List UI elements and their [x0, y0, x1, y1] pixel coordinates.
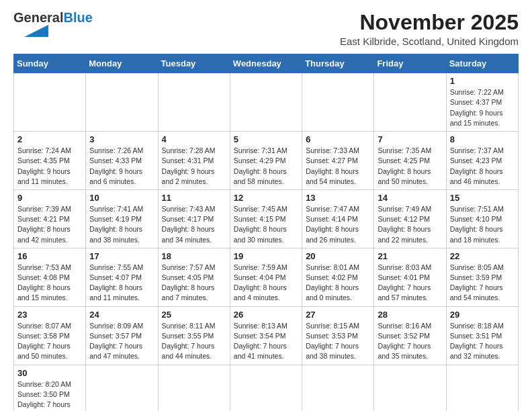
calendar-cell: 20Sunrise: 8:01 AM Sunset: 4:02 PM Dayli…: [302, 248, 374, 306]
calendar-cell: 4Sunrise: 7:28 AM Sunset: 4:31 PM Daylig…: [158, 132, 230, 190]
calendar-header: GeneralBlue November 2025 East Kilbride,…: [13, 11, 519, 47]
calendar-cell: 19Sunrise: 7:59 AM Sunset: 4:04 PM Dayli…: [230, 248, 302, 306]
calendar-cell: [14, 73, 86, 132]
day-number: 21: [378, 251, 442, 261]
calendar-cell: 22Sunrise: 8:05 AM Sunset: 3:59 PM Dayli…: [446, 248, 518, 306]
week-row-2: 2Sunrise: 7:24 AM Sunset: 4:35 PM Daylig…: [14, 132, 519, 190]
calendar-cell: 28Sunrise: 8:16 AM Sunset: 3:52 PM Dayli…: [374, 306, 446, 365]
day-number: 7: [378, 134, 442, 144]
calendar-cell: [230, 73, 302, 132]
day-info: Sunrise: 7:47 AM Sunset: 4:14 PM Dayligh…: [306, 204, 370, 245]
month-title: November 2025: [340, 11, 519, 34]
day-info: Sunrise: 7:45 AM Sunset: 4:15 PM Dayligh…: [234, 204, 298, 245]
day-info: Sunrise: 7:24 AM Sunset: 4:35 PM Dayligh…: [17, 146, 82, 187]
calendar-cell: 17Sunrise: 7:55 AM Sunset: 4:07 PM Dayli…: [86, 248, 158, 306]
calendar-cell: [86, 365, 158, 411]
day-number: 10: [89, 193, 154, 203]
day-info: Sunrise: 7:55 AM Sunset: 4:07 PM Dayligh…: [89, 263, 154, 304]
day-number: 20: [306, 251, 370, 261]
day-info: Sunrise: 7:51 AM Sunset: 4:10 PM Dayligh…: [450, 204, 515, 245]
day-info: Sunrise: 7:28 AM Sunset: 4:31 PM Dayligh…: [162, 146, 226, 187]
day-info: Sunrise: 7:49 AM Sunset: 4:12 PM Dayligh…: [378, 204, 442, 245]
calendar-cell: [230, 365, 302, 411]
calendar-cell: 25Sunrise: 8:11 AM Sunset: 3:55 PM Dayli…: [158, 306, 230, 365]
day-number: 25: [162, 310, 226, 320]
calendar-cell: 18Sunrise: 7:57 AM Sunset: 4:05 PM Dayli…: [158, 248, 230, 306]
calendar-cell: 1Sunrise: 7:22 AM Sunset: 4:37 PM Daylig…: [446, 73, 518, 132]
svg-marker-0: [24, 25, 48, 37]
location-subtitle: East Kilbride, Scotland, United Kingdom: [340, 36, 519, 47]
weekday-header-friday: Friday: [374, 54, 446, 73]
day-number: 1: [450, 76, 515, 86]
weekday-header-sunday: Sunday: [14, 54, 86, 73]
day-info: Sunrise: 7:59 AM Sunset: 4:04 PM Dayligh…: [234, 263, 298, 304]
calendar-cell: [158, 365, 230, 411]
day-info: Sunrise: 7:26 AM Sunset: 4:33 PM Dayligh…: [89, 146, 154, 187]
calendar-cell: 10Sunrise: 7:41 AM Sunset: 4:19 PM Dayli…: [86, 189, 158, 248]
week-row-1: 1Sunrise: 7:22 AM Sunset: 4:37 PM Daylig…: [14, 73, 519, 132]
logo-icon: [13, 25, 48, 37]
day-info: Sunrise: 8:18 AM Sunset: 3:51 PM Dayligh…: [450, 321, 515, 362]
calendar-cell: 11Sunrise: 7:43 AM Sunset: 4:17 PM Dayli…: [158, 189, 230, 248]
calendar-cell: 5Sunrise: 7:31 AM Sunset: 4:29 PM Daylig…: [230, 132, 302, 190]
day-number: 17: [89, 251, 154, 261]
day-info: Sunrise: 7:53 AM Sunset: 4:08 PM Dayligh…: [17, 263, 82, 304]
calendar-cell: [86, 73, 158, 132]
calendar-cell: 23Sunrise: 8:07 AM Sunset: 3:58 PM Dayli…: [14, 306, 86, 365]
day-number: 9: [17, 193, 82, 203]
calendar-cell: [302, 365, 374, 411]
day-info: Sunrise: 8:11 AM Sunset: 3:55 PM Dayligh…: [162, 321, 226, 362]
calendar-cell: 27Sunrise: 8:15 AM Sunset: 3:53 PM Dayli…: [302, 306, 374, 365]
calendar-table: SundayMondayTuesdayWednesdayThursdayFrid…: [13, 54, 519, 411]
day-info: Sunrise: 7:57 AM Sunset: 4:05 PM Dayligh…: [162, 263, 226, 304]
logo: GeneralBlue: [13, 11, 93, 37]
day-info: Sunrise: 8:01 AM Sunset: 4:02 PM Dayligh…: [306, 263, 370, 304]
week-row-6: 30Sunrise: 8:20 AM Sunset: 3:50 PM Dayli…: [14, 365, 519, 411]
day-number: 23: [17, 310, 82, 320]
calendar-cell: 30Sunrise: 8:20 AM Sunset: 3:50 PM Dayli…: [14, 365, 86, 411]
day-number: 12: [234, 193, 298, 203]
week-row-3: 9Sunrise: 7:39 AM Sunset: 4:21 PM Daylig…: [14, 189, 519, 248]
day-number: 26: [234, 310, 298, 320]
calendar-cell: 6Sunrise: 7:33 AM Sunset: 4:27 PM Daylig…: [302, 132, 374, 190]
day-number: 8: [450, 134, 515, 144]
calendar-cell: 29Sunrise: 8:18 AM Sunset: 3:51 PM Dayli…: [446, 306, 518, 365]
day-info: Sunrise: 7:39 AM Sunset: 4:21 PM Dayligh…: [17, 204, 82, 245]
calendar-cell: [302, 73, 374, 132]
day-info: Sunrise: 8:13 AM Sunset: 3:54 PM Dayligh…: [234, 321, 298, 362]
calendar-cell: 21Sunrise: 8:03 AM Sunset: 4:01 PM Dayli…: [374, 248, 446, 306]
day-number: 19: [234, 251, 298, 261]
calendar-cell: 3Sunrise: 7:26 AM Sunset: 4:33 PM Daylig…: [86, 132, 158, 190]
calendar-cell: 9Sunrise: 7:39 AM Sunset: 4:21 PM Daylig…: [14, 189, 86, 248]
calendar-cell: 2Sunrise: 7:24 AM Sunset: 4:35 PM Daylig…: [14, 132, 86, 190]
day-number: 30: [17, 368, 82, 378]
weekday-header-saturday: Saturday: [446, 54, 518, 73]
title-area: November 2025 East Kilbride, Scotland, U…: [340, 11, 519, 47]
calendar-cell: [374, 73, 446, 132]
day-number: 3: [89, 134, 154, 144]
day-info: Sunrise: 7:43 AM Sunset: 4:17 PM Dayligh…: [162, 204, 226, 245]
day-number: 6: [306, 134, 370, 144]
day-number: 18: [162, 251, 226, 261]
day-number: 11: [162, 193, 226, 203]
day-number: 16: [17, 251, 82, 261]
weekday-header-tuesday: Tuesday: [158, 54, 230, 73]
day-info: Sunrise: 8:20 AM Sunset: 3:50 PM Dayligh…: [17, 379, 82, 411]
calendar-cell: 26Sunrise: 8:13 AM Sunset: 3:54 PM Dayli…: [230, 306, 302, 365]
day-info: Sunrise: 8:15 AM Sunset: 3:53 PM Dayligh…: [306, 321, 370, 362]
logo-text: GeneralBlue: [13, 11, 93, 24]
calendar-cell: 16Sunrise: 7:53 AM Sunset: 4:08 PM Dayli…: [14, 248, 86, 306]
day-info: Sunrise: 8:09 AM Sunset: 3:57 PM Dayligh…: [89, 321, 154, 362]
week-row-5: 23Sunrise: 8:07 AM Sunset: 3:58 PM Dayli…: [14, 306, 519, 365]
calendar-cell: 7Sunrise: 7:35 AM Sunset: 4:25 PM Daylig…: [374, 132, 446, 190]
day-number: 28: [378, 310, 442, 320]
weekday-header-monday: Monday: [86, 54, 158, 73]
day-number: 14: [378, 193, 442, 203]
calendar-cell: [158, 73, 230, 132]
day-number: 29: [450, 310, 515, 320]
calendar-cell: 8Sunrise: 7:37 AM Sunset: 4:23 PM Daylig…: [446, 132, 518, 190]
weekday-header-thursday: Thursday: [302, 54, 374, 73]
week-row-4: 16Sunrise: 7:53 AM Sunset: 4:08 PM Dayli…: [14, 248, 519, 306]
weekday-header-wednesday: Wednesday: [230, 54, 302, 73]
day-number: 5: [234, 134, 298, 144]
